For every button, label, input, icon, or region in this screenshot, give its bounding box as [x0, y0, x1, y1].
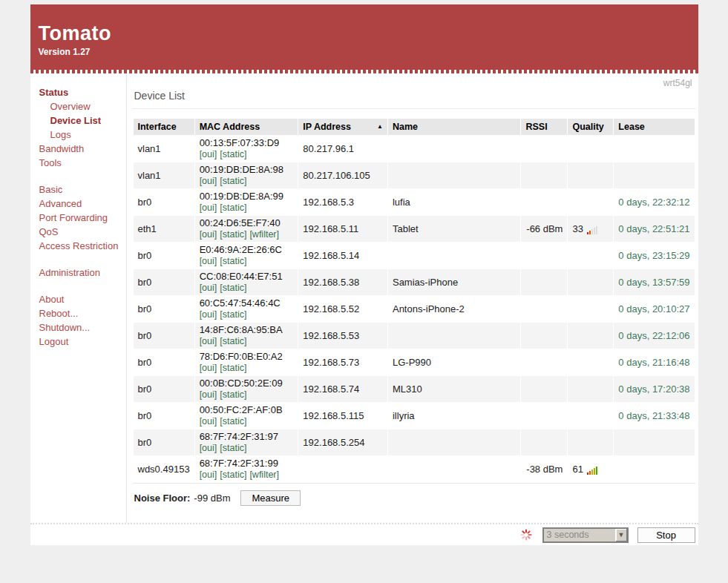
- mac-static-link[interactable]: [static]: [220, 470, 246, 480]
- cell-quality: [568, 189, 613, 215]
- cell-quality: [568, 296, 613, 322]
- signal-bars-icon: [587, 464, 598, 475]
- mac-oui-link[interactable]: [oui]: [200, 283, 217, 293]
- mac-address-text: 00:24:D6:5E:F7:40: [200, 217, 294, 228]
- cell-lease: 0 days, 22:32:12: [614, 189, 694, 215]
- sidebar-item-access-restriction[interactable]: Access Restriction: [39, 239, 126, 253]
- mac-static-link[interactable]: [static]: [220, 202, 246, 213]
- mac-links: [oui][static][wfilter]: [200, 469, 294, 481]
- sidebar-item-logout[interactable]: Logout: [39, 335, 126, 349]
- col-header-name[interactable]: Name: [388, 119, 521, 135]
- mac-static-link[interactable]: [static]: [220, 176, 246, 186]
- sidebar-item-logs[interactable]: Logs: [39, 128, 126, 142]
- stop-refresh-button[interactable]: Stop: [637, 527, 695, 543]
- cell-ip-address: 192.168.5.11: [298, 216, 387, 242]
- sidebar-item-advanced[interactable]: Advanced: [39, 197, 126, 211]
- device-table-row: br0 00:19:DB:DE:8A:99 [oui][static] 192.…: [134, 189, 695, 215]
- mac-oui-link[interactable]: [oui]: [200, 443, 217, 453]
- cell-device-name: Samias-iPhone: [388, 269, 521, 295]
- sidebar-item-administration[interactable]: Administration: [39, 266, 126, 280]
- mac-static-link[interactable]: [static]: [220, 416, 246, 426]
- mac-static-link[interactable]: [static]: [220, 363, 246, 373]
- col-header-interface[interactable]: Interface: [134, 119, 194, 135]
- cell-rssi: [521, 349, 567, 375]
- mac-wfilter-link[interactable]: [wfilter]: [249, 470, 279, 480]
- mac-wfilter-link[interactable]: [wfilter]: [249, 229, 279, 240]
- cell-ip-address: [298, 456, 387, 482]
- device-table-row: vlan1 00:19:DB:DE:8A:98 [oui][static] 80…: [134, 162, 695, 188]
- cell-rssi: [521, 403, 567, 429]
- mac-static-link[interactable]: [static]: [220, 336, 246, 346]
- cell-device-name: [388, 429, 521, 455]
- mac-oui-link[interactable]: [oui]: [200, 256, 217, 266]
- mac-static-link[interactable]: [static]: [220, 283, 246, 293]
- mac-static-link[interactable]: [static]: [220, 389, 246, 400]
- mac-oui-link[interactable]: [oui]: [200, 416, 217, 426]
- mac-oui-link[interactable]: [oui]: [200, 202, 217, 213]
- mac-address-text: 00:19:DB:DE:8A:99: [200, 191, 294, 202]
- col-header-ip[interactable]: ▲IP Address: [298, 119, 387, 135]
- cell-interface: br0: [134, 189, 194, 215]
- col-header-lease[interactable]: Lease: [614, 119, 694, 135]
- device-table-body: vlan1 00:13:5F:07:33:D9 [oui][static] 80…: [134, 136, 695, 482]
- mac-oui-link[interactable]: [oui]: [200, 363, 217, 373]
- sidebar-item-tools[interactable]: Tools: [39, 156, 126, 170]
- sidebar-item-about[interactable]: About: [39, 292, 126, 306]
- mac-static-link[interactable]: [static]: [220, 256, 246, 266]
- noise-floor-label: Noise Floor:: [134, 493, 191, 504]
- mac-oui-link[interactable]: [oui]: [200, 389, 217, 400]
- mac-oui-link[interactable]: [oui]: [200, 229, 217, 240]
- mac-oui-link[interactable]: [oui]: [200, 149, 217, 159]
- sidebar-item-qos[interactable]: QoS: [39, 225, 126, 239]
- sidebar-item-bandwidth[interactable]: Bandwidth: [39, 142, 126, 156]
- cell-quality: [568, 136, 613, 162]
- cell-lease: 0 days, 23:15:29: [614, 243, 694, 269]
- device-table-row: vlan1 00:13:5F:07:33:D9 [oui][static] 80…: [134, 136, 695, 162]
- cell-mac: 00:0B:CD:50:2E:09 [oui][static]: [195, 376, 298, 402]
- chevron-down-icon: ▼: [615, 529, 627, 541]
- cell-mac: 68:7F:74:2F:31:99 [oui][static][wfilter]: [195, 456, 298, 482]
- signal-bars-icon: [587, 223, 598, 234]
- table-header-row: Interface MAC Address ▲IP Address Name R…: [134, 119, 695, 135]
- mac-address-text: 68:7F:74:2F:31:97: [200, 431, 294, 442]
- mac-address-text: 00:19:DB:DE:8A:98: [200, 164, 294, 175]
- noise-floor-row: Noise Floor: -99 dBm Measure: [134, 490, 695, 506]
- cell-device-name: Antons-iPhone-2: [388, 296, 521, 322]
- cell-lease: [614, 162, 694, 188]
- cell-interface: eth1: [134, 216, 194, 242]
- mac-oui-link[interactable]: [oui]: [200, 470, 217, 480]
- mac-oui-link[interactable]: [oui]: [200, 309, 217, 320]
- mac-static-link[interactable]: [static]: [220, 443, 246, 453]
- device-table-row: br0 00:0B:CD:50:2E:09 [oui][static] 192.…: [134, 376, 695, 402]
- cell-mac: 14:8F:C6:8A:95:BA [oui][static]: [195, 323, 298, 349]
- sidebar-item-shutdown[interactable]: Shutdown...: [39, 320, 126, 335]
- mac-oui-link[interactable]: [oui]: [200, 336, 217, 346]
- mac-static-link[interactable]: [static]: [220, 229, 246, 240]
- cell-lease: 0 days, 21:16:48: [614, 349, 694, 375]
- mac-static-link[interactable]: [static]: [220, 309, 246, 320]
- app-title: Tomato: [39, 22, 698, 45]
- sidebar-item-reboot[interactable]: Reboot...: [39, 306, 126, 320]
- measure-button[interactable]: Measure: [240, 490, 301, 506]
- cell-device-name: illyria: [388, 403, 521, 429]
- refresh-interval-select[interactable]: 3 seconds ▼: [542, 527, 629, 543]
- sidebar-item-status[interactable]: Status: [39, 85, 126, 99]
- col-header-mac[interactable]: MAC Address: [195, 119, 298, 135]
- sidebar-item-device-list[interactable]: Device List: [39, 113, 126, 128]
- cell-lease: 0 days, 21:33:48: [614, 403, 694, 429]
- sidebar-item-basic[interactable]: Basic: [39, 182, 126, 197]
- cell-rssi: [521, 296, 567, 322]
- cell-quality: [568, 403, 613, 429]
- cell-device-name: lufia: [388, 189, 521, 215]
- app-window: Tomato Version 1.27 StatusOverviewDevice…: [30, 4, 698, 545]
- cell-mac: E0:46:9A:2E:26:6C [oui][static]: [195, 243, 298, 269]
- mac-oui-link[interactable]: [oui]: [200, 176, 217, 186]
- cell-quality: [568, 429, 613, 455]
- col-header-quality[interactable]: Quality: [568, 119, 613, 135]
- sidebar-item-overview[interactable]: Overview: [39, 99, 126, 113]
- sidebar-item-port-forwarding[interactable]: Port Forwarding: [39, 211, 126, 225]
- col-header-rssi[interactable]: RSSI: [521, 119, 567, 135]
- cell-mac: 00:24:D6:5E:F7:40 [oui][static][wfilter]: [195, 216, 298, 242]
- mac-static-link[interactable]: [static]: [220, 149, 246, 159]
- cell-mac: 00:13:5F:07:33:D9 [oui][static]: [195, 136, 298, 162]
